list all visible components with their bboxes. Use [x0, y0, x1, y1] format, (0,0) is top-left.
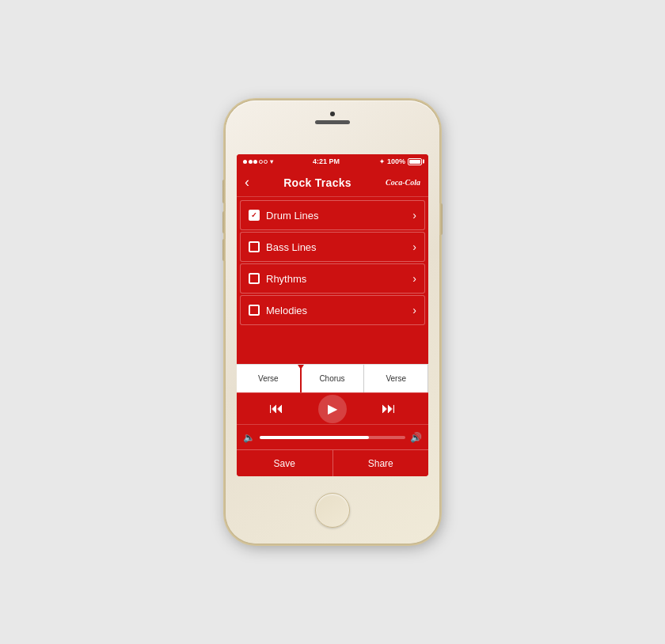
menu-item-left: Rhythms [249, 273, 306, 285]
status-left: ▾ [243, 158, 273, 165]
bass-lines-label: Bass Lines [266, 241, 317, 253]
timeline-inner: Verse Chorus Verse [237, 365, 428, 392]
signal-dot-3 [253, 160, 257, 164]
status-bar: ▾ 4:21 PM ✦ 100% [237, 154, 428, 169]
battery-icon [408, 158, 422, 165]
menu-items: Drum Lines › Bass Lines › Rhythms [237, 197, 428, 364]
bluetooth-icon: ✦ [379, 158, 385, 165]
volume-low-icon: 🔈 [243, 432, 255, 443]
volume-high-icon: 🔊 [410, 432, 422, 443]
drum-lines-label: Drum Lines [266, 210, 318, 222]
menu-item-rhythms[interactable]: Rhythms › [240, 263, 425, 294]
drum-lines-checkbox[interactable] [249, 210, 260, 221]
top-bezel [226, 100, 439, 154]
menu-item-melodies[interactable]: Melodies › [240, 295, 425, 325]
save-label: Save [274, 458, 295, 469]
play-icon: ▶ [328, 401, 337, 416]
volume-slider[interactable] [260, 436, 405, 439]
transport-controls: ⏮ ▶ ⏭ [237, 392, 428, 424]
signal-dots [243, 160, 268, 164]
nav-title: Rock Tracks [283, 176, 352, 189]
melodies-label: Melodies [266, 305, 307, 316]
timeline-section[interactable]: Verse Chorus Verse [237, 364, 428, 392]
rhythms-checkbox[interactable] [249, 273, 260, 284]
signal-dot-4 [259, 160, 263, 164]
battery-percent: 100% [387, 157, 405, 165]
volume-up-button[interactable] [222, 211, 226, 233]
volume-fill [260, 436, 369, 439]
action-buttons: Save Share [237, 449, 428, 476]
status-time: 4:21 PM [313, 157, 340, 165]
verse2-label: Verse [386, 374, 406, 383]
rewind-button[interactable]: ⏮ [262, 395, 291, 423]
skip-forward-icon: ⏭ [382, 400, 396, 417]
bass-lines-chevron: › [412, 241, 416, 253]
drum-lines-chevron: › [412, 209, 416, 222]
app-screen: ▾ 4:21 PM ✦ 100% ‹ Rock Tracks Coca-Cola [237, 154, 428, 476]
skip-forward-button[interactable]: ⏭ [374, 395, 403, 423]
menu-item-drum-lines[interactable]: Drum Lines › [240, 200, 425, 230]
menu-item-left: Melodies [249, 305, 307, 316]
volume-down-button[interactable] [222, 239, 226, 261]
earpiece-speaker [315, 120, 350, 124]
melodies-chevron: › [412, 304, 416, 316]
back-button[interactable]: ‹ [245, 174, 249, 191]
phone-mockup: ▾ 4:21 PM ✦ 100% ‹ Rock Tracks Coca-Cola [226, 100, 439, 544]
save-button[interactable]: Save [237, 450, 333, 476]
rhythms-chevron: › [412, 272, 416, 285]
battery-fill [409, 160, 420, 164]
power-button[interactable] [439, 203, 443, 235]
bass-lines-checkbox[interactable] [249, 241, 260, 252]
rhythms-label: Rhythms [266, 273, 306, 285]
menu-item-bass-lines[interactable]: Bass Lines › [240, 232, 425, 262]
status-right: ✦ 100% [379, 157, 422, 165]
coca-cola-logo: Coca-Cola [386, 178, 420, 187]
bottom-bezel [226, 476, 439, 544]
timeline-segment-chorus: Chorus [301, 365, 365, 392]
signal-dot-2 [249, 160, 253, 164]
share-button[interactable]: Share [333, 450, 429, 476]
play-button[interactable]: ▶ [318, 395, 347, 423]
melodies-checkbox[interactable] [249, 305, 260, 316]
timeline-segment-verse-1: Verse [237, 365, 301, 392]
camera [330, 112, 335, 116]
home-button[interactable] [315, 493, 350, 528]
nav-bar: ‹ Rock Tracks Coca-Cola [237, 169, 428, 197]
chorus-label: Chorus [319, 374, 344, 383]
share-label: Share [368, 458, 393, 469]
rewind-icon: ⏮ [269, 400, 283, 417]
timeline-segment-verse-2: Verse [364, 365, 428, 392]
volume-section: 🔈 🔊 [237, 424, 428, 449]
verse1-label: Verse [258, 374, 279, 383]
timeline-playhead [300, 365, 302, 392]
signal-dot-1 [243, 160, 247, 164]
signal-dot-5 [264, 160, 268, 164]
menu-item-left: Drum Lines [249, 210, 318, 222]
wifi-icon: ▾ [270, 158, 273, 165]
screen-wrapper: ▾ 4:21 PM ✦ 100% ‹ Rock Tracks Coca-Cola [237, 154, 428, 476]
menu-item-left: Bass Lines [249, 241, 317, 253]
